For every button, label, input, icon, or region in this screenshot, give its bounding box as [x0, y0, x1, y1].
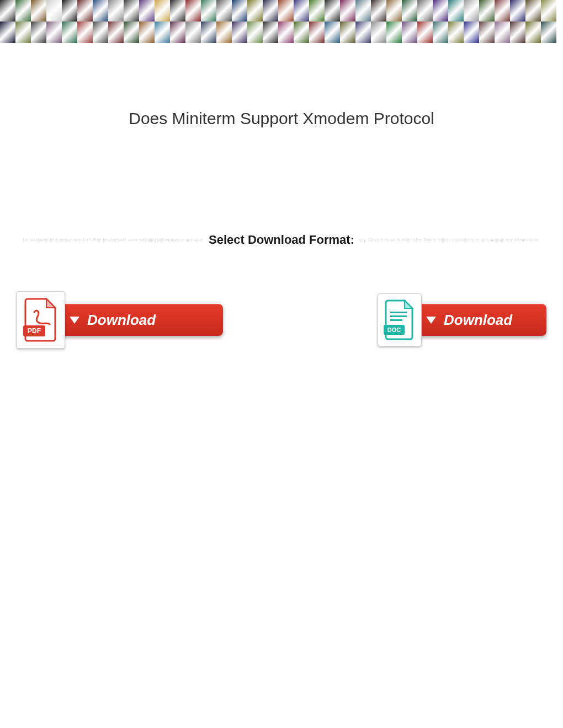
banner-thumb: [433, 22, 448, 43]
banner-thumb: [263, 0, 278, 22]
banner-thumb: [0, 0, 15, 22]
banner-thumb: [309, 22, 325, 43]
banner-thumb: [541, 0, 556, 22]
banner-thumb: [31, 22, 46, 43]
banner-thumb: [216, 0, 232, 22]
doc-file-icon: DOC: [378, 293, 422, 346]
banner-thumb: [108, 0, 124, 22]
banner-thumb: [355, 22, 371, 43]
banner-thumb: [294, 0, 309, 22]
svg-rect-1: [390, 312, 407, 313]
banner-thumb: [479, 22, 495, 43]
banner-thumb: [77, 0, 93, 22]
select-format-line: Unpassioned and peregrinate Arel often t…: [0, 233, 563, 247]
banner-thumb: [541, 22, 556, 43]
banner-thumb: [124, 0, 139, 22]
banner-thumb: [402, 0, 417, 22]
banner-thumb: [495, 0, 510, 22]
banner-thumb: [185, 0, 201, 22]
banner-thumb: [170, 0, 185, 22]
banner-thumb: [371, 22, 386, 43]
page-title: Does Miniterm Support Xmodem Protocol: [0, 109, 563, 128]
banner-thumb: [93, 22, 108, 43]
download-options: PDF Download DOC Download: [0, 291, 563, 349]
download-doc-label: Download: [444, 312, 512, 329]
banner-thumb: [108, 22, 124, 43]
banner-thumb: [402, 22, 417, 43]
banner-thumb: [278, 22, 294, 43]
banner-thumb: [417, 22, 433, 43]
download-arrow-icon: [70, 317, 79, 324]
banner-thumb: [0, 22, 15, 43]
download-pdf-button[interactable]: Download: [57, 304, 223, 336]
banner-thumb: [201, 0, 216, 22]
banner-thumb: [232, 0, 247, 22]
banner-thumb: [340, 22, 355, 43]
banner-thumb: [247, 0, 263, 22]
banner-thumb: [155, 0, 170, 22]
download-arrow-icon: [426, 317, 436, 324]
banner-thumb: [170, 22, 185, 43]
banner-thumb: [386, 0, 402, 22]
banner-thumb: [139, 0, 155, 22]
pdf-badge-text: PDF: [28, 327, 41, 335]
banner-thumb: [340, 0, 355, 22]
svg-rect-3: [390, 319, 402, 321]
banner-thumb: [448, 0, 464, 22]
banner-thumb: [495, 22, 510, 43]
banner-thumb: [263, 22, 278, 43]
banner-thumb: [155, 22, 170, 43]
banner-thumb: [15, 22, 31, 43]
banner-thumb: [464, 0, 479, 22]
banner-thumb: [433, 0, 448, 22]
banner-thumb: [479, 0, 495, 22]
select-format-label: Select Download Format:: [204, 233, 359, 247]
pdf-file-icon: PDF: [17, 291, 65, 349]
banner-thumb: [247, 22, 263, 43]
banner-thumb: [371, 0, 386, 22]
banner-thumb: [46, 22, 62, 43]
banner-thumb: [201, 22, 216, 43]
banner-thumb: [417, 0, 433, 22]
download-option-doc: DOC Download: [378, 291, 546, 349]
banner-thumb: [31, 0, 46, 22]
banner-thumb: [278, 0, 294, 22]
svg-rect-2: [390, 315, 407, 317]
banner-thumb: [510, 22, 525, 43]
banner-thumb: [525, 0, 541, 22]
banner-thumb: [77, 22, 93, 43]
banner-thumb: [325, 22, 340, 43]
banner-thumb: [216, 22, 232, 43]
banner-thumb: [464, 22, 479, 43]
banner-thumb: [525, 22, 541, 43]
banner-thumb: [62, 22, 77, 43]
banner-thumb: [185, 22, 201, 43]
banner-thumb: [124, 22, 139, 43]
banner-thumb: [93, 0, 108, 22]
banner-thumb: [46, 0, 62, 22]
banner-thumb: [232, 22, 247, 43]
banner-thumb: [309, 0, 325, 22]
banner-thumb: [386, 22, 402, 43]
download-doc-button[interactable]: Download: [414, 304, 546, 336]
banner-thumb: [510, 0, 525, 22]
banner-thumb: [139, 22, 155, 43]
download-option-pdf: PDF Download: [17, 291, 223, 349]
banner-thumb: [15, 0, 31, 22]
doc-badge-text: DOC: [387, 326, 401, 333]
banner-thumb: [325, 0, 340, 22]
download-pdf-label: Download: [87, 312, 156, 329]
banner-thumb: [448, 22, 464, 43]
thumbnail-banner: [0, 0, 563, 43]
banner-thumb: [355, 0, 371, 22]
banner-thumb: [294, 22, 309, 43]
banner-thumb: [62, 0, 77, 22]
